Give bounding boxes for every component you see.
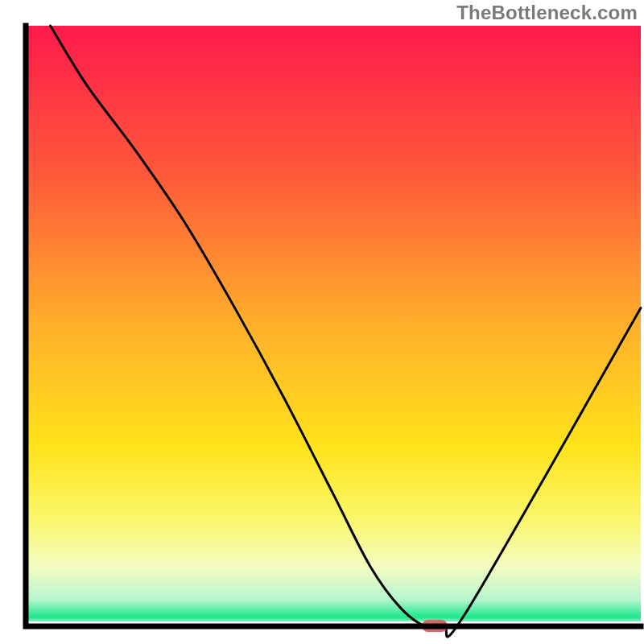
- chart-container: TheBottleneck.com: [0, 0, 644, 644]
- bottleneck-chart: [0, 0, 644, 644]
- gradient-background: [26, 26, 641, 626]
- watermark-text: TheBottleneck.com: [456, 2, 638, 24]
